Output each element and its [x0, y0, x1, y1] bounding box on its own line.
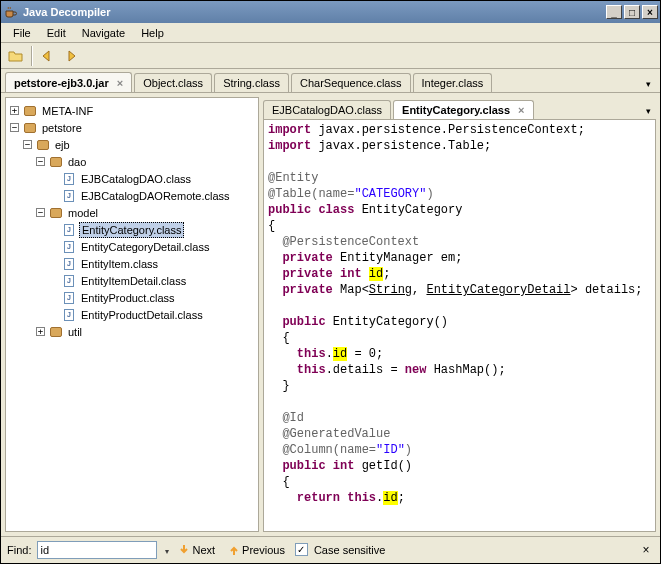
find-close-button[interactable]: ×	[638, 543, 654, 557]
tree-class-node[interactable]: EntityItem.class	[10, 255, 254, 272]
title-bar: Java Decompiler _ □ ×	[1, 1, 660, 23]
editor-tab-overflow-icon[interactable]: ▾	[640, 103, 656, 119]
find-prev-button[interactable]: Previous	[225, 542, 289, 558]
package-icon	[49, 156, 63, 168]
source-editor[interactable]: import javax.persistence.PersistenceCont…	[263, 119, 656, 532]
tab-close-icon[interactable]: ×	[518, 104, 524, 116]
forward-button[interactable]	[61, 45, 83, 67]
main-tab-integer[interactable]: Integer.class	[413, 73, 493, 92]
tree-toggle-icon[interactable]: −	[36, 157, 45, 166]
tree-toggle-icon[interactable]: −	[10, 123, 19, 132]
menu-file[interactable]: File	[5, 25, 39, 41]
menu-navigate[interactable]: Navigate	[74, 25, 133, 41]
main-tab-object[interactable]: Object.class	[134, 73, 212, 92]
minimize-button[interactable]: _	[606, 5, 622, 19]
tree-toggle-icon[interactable]: +	[36, 327, 45, 336]
find-next-button[interactable]: Next	[175, 542, 219, 558]
tree-package-node[interactable]: +util	[10, 323, 254, 340]
package-icon	[49, 326, 63, 338]
editor-tab-label: EntityCategory.class	[402, 104, 510, 116]
app-icon	[3, 4, 19, 20]
main-tab-jar[interactable]: petstore-ejb3.0.jar×	[5, 72, 132, 92]
package-icon	[49, 207, 63, 219]
tree-toggle-icon[interactable]: +	[10, 106, 19, 115]
main-tab-label: String.class	[223, 77, 280, 89]
tree-class-node[interactable]: EntityItemDetail.class	[10, 272, 254, 289]
tree-node-label: EJBCatalogDAORemote.class	[79, 189, 232, 203]
tree-node-label: ejb	[53, 138, 72, 152]
case-sensitive-checkbox[interactable]: ✓	[295, 543, 308, 556]
package-icon	[23, 105, 37, 117]
main-tab-label: Integer.class	[422, 77, 484, 89]
class-file-icon	[62, 309, 76, 321]
editor-tab-dao[interactable]: EJBCatalogDAO.class	[263, 100, 391, 119]
class-file-icon	[62, 241, 76, 253]
class-file-icon	[62, 173, 76, 185]
package-icon	[36, 139, 50, 151]
menu-bar: File Edit Navigate Help	[1, 23, 660, 43]
tree-node-label: EntityItem.class	[79, 257, 160, 271]
tree-class-node[interactable]: EntityProduct.class	[10, 289, 254, 306]
tree-package-node[interactable]: −ejb	[10, 136, 254, 153]
main-tab-label: CharSequence.class	[300, 77, 402, 89]
main-tab-label: Object.class	[143, 77, 203, 89]
tree-node-label: dao	[66, 155, 88, 169]
menu-help[interactable]: Help	[133, 25, 172, 41]
find-next-label: Next	[192, 544, 215, 556]
class-file-icon	[62, 258, 76, 270]
menu-edit[interactable]: Edit	[39, 25, 74, 41]
tree-node-label: EntityCategory.class	[79, 222, 184, 238]
class-file-icon	[62, 292, 76, 304]
tree-package-node[interactable]: −model	[10, 204, 254, 221]
class-file-icon	[62, 224, 76, 236]
package-icon	[23, 122, 37, 134]
class-file-icon	[62, 190, 76, 202]
main-tab-bar: petstore-ejb3.0.jar× Object.class String…	[1, 69, 660, 93]
maximize-button[interactable]: □	[624, 5, 640, 19]
class-file-icon	[62, 275, 76, 287]
tree-toggle-icon[interactable]: −	[23, 140, 32, 149]
find-history-icon[interactable]	[163, 544, 169, 556]
close-button[interactable]: ×	[642, 5, 658, 19]
tree-class-node[interactable]: EntityCategory.class	[10, 221, 254, 238]
tree-node-label: EntityProduct.class	[79, 291, 177, 305]
find-prev-label: Previous	[242, 544, 285, 556]
tree-package-node[interactable]: −petstore	[10, 119, 254, 136]
case-sensitive-label: Case sensitive	[314, 544, 386, 556]
editor-tab-bar: EJBCatalogDAO.class EntityCategory.class…	[263, 97, 656, 119]
tree-node-label: EntityCategoryDetail.class	[79, 240, 211, 254]
tree-class-node[interactable]: EJBCatalogDAORemote.class	[10, 187, 254, 204]
toolbar	[1, 43, 660, 69]
tree-node-label: util	[66, 325, 84, 339]
tree-node-label: META-INF	[40, 104, 95, 118]
tree-node-label: model	[66, 206, 100, 220]
find-input[interactable]	[37, 541, 157, 559]
main-tab-charseq[interactable]: CharSequence.class	[291, 73, 411, 92]
editor-tab-entitycategory[interactable]: EntityCategory.class×	[393, 100, 533, 119]
find-bar: Find: Next Previous ✓ Case sensitive ×	[1, 536, 660, 562]
tree-node-label: EJBCatalogDAO.class	[79, 172, 193, 186]
tab-close-icon[interactable]: ×	[117, 77, 123, 89]
main-tab-string[interactable]: String.class	[214, 73, 289, 92]
tab-overflow-icon[interactable]: ▾	[640, 76, 656, 92]
toolbar-separator	[31, 46, 33, 66]
tree-toggle-icon[interactable]: −	[36, 208, 45, 217]
editor-tab-label: EJBCatalogDAO.class	[272, 104, 382, 116]
package-tree[interactable]: +META-INF−petstore−ejb−daoEJBCatalogDAO.…	[5, 97, 259, 532]
main-tab-label: petstore-ejb3.0.jar	[14, 77, 109, 89]
tree-package-node[interactable]: −dao	[10, 153, 254, 170]
tree-class-node[interactable]: EntityProductDetail.class	[10, 306, 254, 323]
tree-class-node[interactable]: EJBCatalogDAO.class	[10, 170, 254, 187]
tree-package-node[interactable]: +META-INF	[10, 102, 254, 119]
window-title: Java Decompiler	[23, 6, 110, 18]
tree-node-label: EntityProductDetail.class	[79, 308, 205, 322]
back-button[interactable]	[37, 45, 59, 67]
tree-node-label: petstore	[40, 121, 84, 135]
find-label: Find:	[7, 544, 31, 556]
open-button[interactable]	[5, 45, 27, 67]
tree-class-node[interactable]: EntityCategoryDetail.class	[10, 238, 254, 255]
tree-node-label: EntityItemDetail.class	[79, 274, 188, 288]
